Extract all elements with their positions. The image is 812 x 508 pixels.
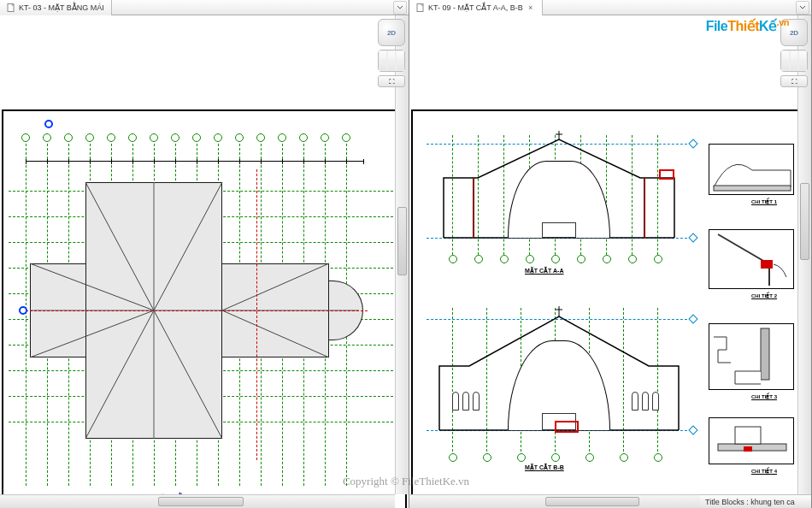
nav-wheel-icon[interactable] [378,50,405,72]
svg-rect-20 [714,186,791,191]
tab-label: KT- 09 - MẶT CẮT A-A, B-B [428,3,523,12]
pane-right: KT- 09 - MẶT CẮT A-A, B-B × FileThiếtKế.… [409,0,812,508]
viewcube[interactable]: 2D [378,19,405,46]
section-a-title: MẶT CẮT A-A [525,268,564,275]
section-a [427,127,691,263]
chevron-down-icon [397,4,403,11]
watermark: Copyright © FileThietKe.vn [343,475,469,488]
section-marker [19,306,27,315]
svg-rect-25 [744,446,752,452]
scrollbar-vertical[interactable] [395,15,409,494]
tab-label: KT- 03 - MẶT BẰNG MÁI [19,3,104,12]
tab-overflow-button[interactable] [796,1,809,15]
detail-1 [709,144,794,195]
chevron-down-icon [799,4,806,11]
svg-rect-22 [761,328,769,380]
tab-overflow-button[interactable] [393,1,407,15]
status-titleblock: Title Blocks : khung ten ca [700,494,811,508]
pane-left: KT- 03 - MẶT BẰNG MÁI 2D ⛶ [0,0,409,508]
svg-rect-21 [761,260,773,269]
section-line-h [26,310,368,311]
tab-kt09[interactable]: KT- 09 - MẶT CẮT A-A, B-B × [409,0,543,15]
detail-callout [555,421,579,433]
tabbar-left: KT- 03 - MẶT BẰNG MÁI [0,0,409,15]
grid-bubbles-b [427,453,691,465]
viewport-right[interactable]: FileThiếtKế.vn 2D ⛶ [409,15,811,508]
scrollbar-horizontal[interactable] [0,494,395,508]
nav-full-button[interactable]: ⛶ [378,75,405,87]
scrollbar-vertical[interactable] [797,15,811,494]
document-icon [416,3,425,12]
detail-4 [709,417,794,464]
section-b [427,298,691,460]
svg-rect-24 [735,427,761,444]
detail-2 [709,229,794,289]
app-root: KT- 03 - MẶT BẰNG MÁI 2D ⛶ [0,0,812,508]
brand-logo: FileThiếtKế.vn [706,17,789,34]
nav-full-button[interactable]: ⛶ [780,75,808,87]
section-marker [44,120,53,128]
tabbar-right: KT- 09 - MẶT CẮT A-A, B-B × [409,0,811,15]
document-icon [7,3,15,12]
section-line-v [256,169,257,460]
grid-bubbles-a [427,255,691,267]
section-b-title: MẶT CẮT B-B [525,464,564,471]
viewport-left[interactable]: 2D ⛶ [0,15,409,508]
tab-kt03[interactable]: KT- 03 - MẶT BẰNG MÁI [0,0,112,15]
close-icon[interactable]: × [527,3,535,12]
detail-callout [659,169,674,180]
view-controls-left: 2D ⛶ [378,19,405,87]
dimension-string [26,161,363,169]
nav-wheel-icon[interactable] [780,50,808,72]
detail-3 [709,323,794,390]
